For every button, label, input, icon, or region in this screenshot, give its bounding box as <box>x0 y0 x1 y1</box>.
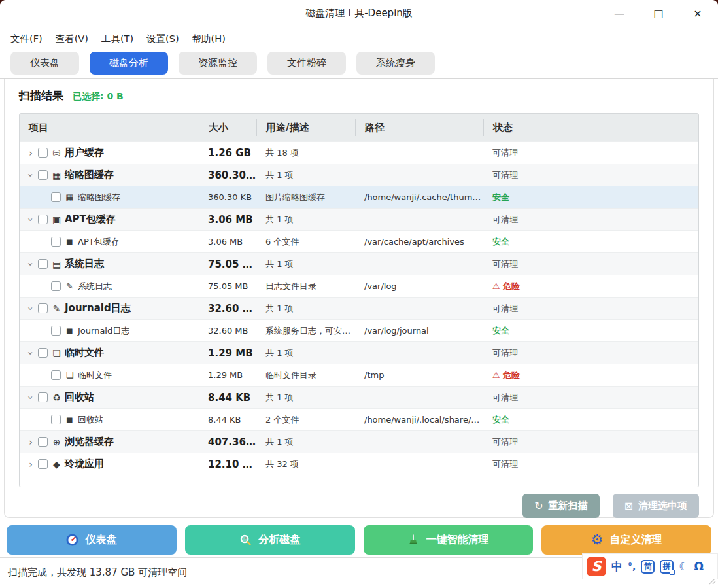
row-checkbox[interactable] <box>38 392 48 402</box>
row-checkbox[interactable] <box>38 148 48 158</box>
table-row[interactable]: ›▤系统日志75.05 MB共 1 项可清理 <box>20 252 698 275</box>
row-name: 用户缓存 <box>65 147 104 159</box>
row-checkbox[interactable] <box>51 192 61 202</box>
section-head: 扫描结果 已选择: 0 B <box>19 88 699 105</box>
titlebar: 磁盘清理工具-Deepin版 — □ × <box>0 0 718 26</box>
expand-chevron-icon[interactable]: › <box>26 392 36 404</box>
tab-dashboard[interactable]: 仪表盘 <box>10 52 79 75</box>
expand-chevron-icon[interactable]: › <box>25 148 37 158</box>
expand-chevron-icon[interactable]: › <box>25 459 37 470</box>
moon-icon[interactable]: ☾ <box>679 560 689 573</box>
table-row[interactable]: ›⊕浏览器缓存407.36 MB共 1 项可清理 <box>20 430 698 453</box>
item-cell: ›✎Journald日志 <box>20 302 199 315</box>
row-status: 可清理 <box>483 303 698 315</box>
status-text: 安全 <box>492 415 509 424</box>
row-path: /tmp <box>355 370 483 380</box>
item-cell: ◼APT包缓存 <box>20 236 199 248</box>
row-path: /var/cache/apt/archives <box>355 237 483 247</box>
analyze-disk-button[interactable]: 分析磁盘 <box>185 525 355 555</box>
row-name: 回收站 <box>65 391 94 404</box>
row-checkbox[interactable] <box>51 326 61 336</box>
expand-chevron-icon[interactable]: › <box>26 214 36 226</box>
sogou-logo-icon[interactable]: S <box>587 557 606 576</box>
voice-icon[interactable]: °, <box>628 561 636 572</box>
item-cell: ◼Journald日志 <box>20 325 199 337</box>
table-row[interactable]: ›▣APT包缓存3.06 MB共 1 项可清理 <box>20 208 698 230</box>
trash-icon: ♻ <box>50 392 63 403</box>
smart-clean-button[interactable]: 一键智能清理 <box>364 525 534 555</box>
minimize-button[interactable]: — <box>611 5 628 22</box>
window-controls: — □ × <box>611 0 706 26</box>
custom-clean-button[interactable]: ⚙ 自定义清理 <box>541 525 711 555</box>
row-status: 可清理 <box>483 458 698 470</box>
dashboard-button[interactable]: 仪表盘 <box>7 525 177 555</box>
row-name: 临时文件 <box>65 347 104 359</box>
item-cell: ◼回收站 <box>20 414 199 426</box>
table-row[interactable]: ▦缩略图缓存360.30 KB图片缩略图缓存/home/wanji/.cache… <box>20 186 698 208</box>
close-button[interactable]: × <box>689 5 706 22</box>
expand-chevron-icon[interactable]: › <box>25 437 37 447</box>
row-checkbox[interactable] <box>51 415 61 424</box>
table-row[interactable]: ❏临时文件1.29 MB临时文件目录/tmp⚠ 危险 <box>20 364 698 386</box>
row-checkbox[interactable] <box>38 303 48 313</box>
row-path: /home/wanji/.cache/thumbnails <box>355 192 483 202</box>
clean-selected-button[interactable]: ⊠ 清理选中项 <box>613 494 699 518</box>
tab-system-slim[interactable]: 系统瘦身 <box>356 52 435 75</box>
table-row[interactable]: ›▦缩略图缓存360.30 KB共 1 项可清理 <box>20 164 698 186</box>
maximize-button[interactable]: □ <box>650 5 667 22</box>
menu-help[interactable]: 帮助(H) <box>192 33 226 45</box>
table-row[interactable]: ◼Journald日志32.60 MB系统服务日志，可安全…/var/log/j… <box>20 319 698 341</box>
menu-tools[interactable]: 工具(T) <box>101 33 133 45</box>
row-checkbox[interactable] <box>38 170 48 180</box>
table-row[interactable]: ✎系统日志75.05 MB日志文件目录/var/log⚠ 危险 <box>20 275 698 297</box>
table-header: 项目 大小 用途/描述 路径 状态 <box>20 114 698 141</box>
simplified-chinese-icon[interactable]: 简 <box>641 560 655 574</box>
item-cell: ›◆玲珑应用 <box>20 458 199 470</box>
menu-view[interactable]: 查看(V) <box>56 33 88 45</box>
menu-settings[interactable]: 设置(S) <box>146 33 179 45</box>
menu-file[interactable]: 文件(F) <box>10 33 43 45</box>
rescan-button[interactable]: ↻ 重新扫描 <box>522 494 599 518</box>
row-checkbox[interactable] <box>38 259 48 269</box>
row-checkbox[interactable] <box>51 237 61 247</box>
row-desc: 2 个文件 <box>256 414 355 426</box>
table-row[interactable]: ›✎Journald日志32.60 MB共 1 项可清理 <box>20 297 698 319</box>
row-checkbox[interactable] <box>38 348 48 358</box>
row-checkbox[interactable] <box>38 437 48 447</box>
table-row[interactable]: ›⛁用户缓存1.26 GB共 18 项可清理 <box>20 141 698 164</box>
table-row[interactable]: ›❏临时文件1.29 MB共 1 项可清理 <box>20 341 698 364</box>
table-row[interactable]: ›♻回收站8.44 KB共 1 项可清理 <box>20 386 698 408</box>
expand-chevron-icon[interactable]: › <box>26 169 36 181</box>
expand-chevron-icon[interactable]: › <box>26 347 36 359</box>
status-text: 可清理 <box>492 170 518 180</box>
row-checkbox[interactable] <box>38 215 48 224</box>
row-desc: 临时文件目录 <box>256 370 355 381</box>
clipboard-icon: ▤ <box>50 259 63 269</box>
table-row[interactable]: ◼APT包缓存3.06 MB6 个文件/var/cache/apt/archiv… <box>20 230 698 252</box>
row-desc: 共 18 项 <box>256 147 355 159</box>
image-icon: ▦ <box>63 192 76 202</box>
expand-chevron-icon[interactable]: › <box>26 258 36 270</box>
row-checkbox[interactable] <box>38 459 48 469</box>
gear-icon: ⚙ <box>591 533 604 547</box>
omega-symbol-icon[interactable]: Ω <box>694 560 704 573</box>
row-status: 可清理 <box>483 436 698 448</box>
row-checkbox[interactable] <box>51 370 61 380</box>
item-cell: ›▤系统日志 <box>20 258 199 270</box>
column-header-status: 状态 <box>483 119 698 136</box>
tab-disk-analysis[interactable]: 磁盘分析 <box>90 52 168 75</box>
pinyin-icon[interactable]: 拼 <box>660 560 674 574</box>
tab-resource-monitor[interactable]: 资源监控 <box>179 52 257 75</box>
table-row[interactable]: ›◆玲珑应用12.10 GB共 32 项可清理 <box>20 453 698 475</box>
tab-file-shredder[interactable]: 文件粉碎 <box>267 52 346 75</box>
row-size: 407.36 MB <box>199 436 256 448</box>
status-text: 可清理 <box>492 215 518 224</box>
language-zh-icon[interactable]: 中 <box>611 559 623 574</box>
row-path: /home/wanji/.local/share/Trash <box>355 415 483 424</box>
row-status: ⚠ 危险 <box>483 370 698 381</box>
briefcase-icon: ◼ <box>63 326 76 336</box>
row-checkbox[interactable] <box>51 281 61 291</box>
table-row[interactable]: ◼回收站8.44 KB2 个文件/home/wanji/.local/share… <box>20 408 698 430</box>
expand-chevron-icon[interactable]: › <box>26 303 36 315</box>
row-desc: 共 1 项 <box>256 169 355 181</box>
